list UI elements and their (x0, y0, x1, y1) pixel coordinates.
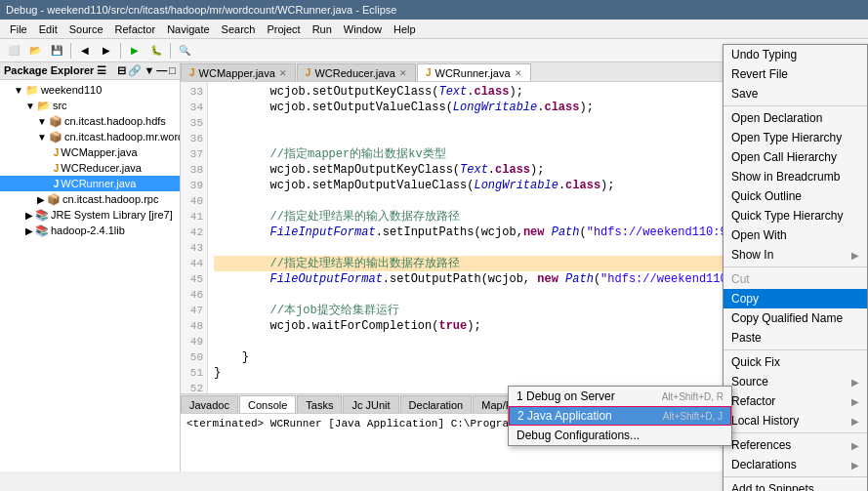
collapse-all-icon[interactable]: ⊟ (117, 64, 126, 77)
tab-tasks[interactable]: Tasks (297, 395, 342, 413)
menu-refactor[interactable]: Refactor (109, 23, 162, 35)
submenu-java-application[interactable]: 2 Java Application Alt+Shift+D, J (509, 406, 731, 426)
tree-item-hadoop[interactable]: ▶ 📚 hadoop-2.4.1lib (0, 223, 180, 238)
tree-item-wcmapper[interactable]: J WCMapper.java (0, 144, 180, 160)
toolbar-debug[interactable]: 🐛 (146, 42, 166, 60)
tree-item-hdfs[interactable]: ▼ 📦 cn.itcast.hadoop.hdfs (0, 113, 180, 129)
tab-wcreducer[interactable]: J WCReducer.java ✕ (297, 63, 416, 81)
menu-paste[interactable]: Paste (723, 328, 867, 348)
submenu-debug-on-server-shortcut: Alt+Shift+D, R (662, 391, 723, 402)
menu-open-with-label: Open With (731, 228, 859, 242)
tree-label-weekend110: weekend110 (41, 84, 102, 96)
tab-wcmapper-close[interactable]: ✕ (279, 68, 287, 78)
menu-source[interactable]: Source ▶ (723, 372, 867, 391)
tab-javadoc[interactable]: Javadoc (181, 395, 238, 413)
menu-source-label: Source (731, 375, 844, 389)
sidebar-menu-icon[interactable]: ▼ (144, 64, 154, 77)
tab-wcreducer-close[interactable]: ✕ (399, 68, 407, 78)
link-editor-icon[interactable]: 🔗 (128, 64, 142, 77)
sidebar-tree: ▼ 📁 weekend110 ▼ 📂 src ▼ 📦 cn.itcast.had… (0, 80, 180, 471)
menu-undo-typing-label: Undo Typing (731, 48, 859, 61)
tab-junit[interactable]: Jc JUnit (343, 395, 398, 413)
menu-local-history-label: Local History (731, 414, 844, 428)
tree-label-hdfs: cn.itcast.hadoop.hdfs (64, 115, 166, 127)
tree-label-rpc: cn.itcast.hadoop.rpc (62, 193, 158, 205)
tab-wcrunner-close[interactable]: ✕ (515, 68, 522, 78)
menu-declarations-arrow: ▶ (851, 460, 859, 471)
submenu-java-application-shortcut: Alt+Shift+D, J (663, 411, 723, 422)
tree-item-wcrunner[interactable]: J WCRunner.java (0, 176, 180, 191)
menu-edit[interactable]: Edit (33, 23, 63, 35)
menu-refactor[interactable]: Refactor ▶ (723, 391, 867, 411)
submenu-debug-on-server[interactable]: 1 Debug on Server Alt+Shift+D, R (509, 387, 731, 406)
menu-cut[interactable]: Cut (723, 269, 867, 289)
tab-console[interactable]: Console (239, 395, 296, 413)
tree-item-rpc[interactable]: ▶ 📦 cn.itcast.hadoop.rpc (0, 191, 180, 207)
menu-window[interactable]: Window (338, 23, 388, 35)
menu-show-in[interactable]: Show In ▶ (723, 245, 867, 265)
menu-save[interactable]: Save (723, 84, 867, 103)
menu-help[interactable]: Help (388, 23, 422, 35)
menu-add-snippets[interactable]: Add to Snippets... (723, 479, 867, 491)
menu-open-call-hierarchy[interactable]: Open Call Hierarchy (723, 147, 867, 167)
menu-references[interactable]: References ▶ (723, 435, 867, 455)
tree-item-src[interactable]: ▼ 📂 src (0, 98, 180, 113)
tree-item-weekend110[interactable]: ▼ 📁 weekend110 (0, 82, 180, 98)
toolbar-search[interactable]: 🔍 (175, 42, 194, 60)
toolbar-sep1 (70, 43, 71, 59)
submenu-java-application-label: 2 Java Application (517, 409, 663, 423)
menu-local-history-arrow: ▶ (851, 416, 859, 427)
menu-quick-outline[interactable]: Quick Outline (723, 186, 867, 206)
sub-context-menu: 1 Debug on Server Alt+Shift+D, R 2 Java … (508, 386, 732, 446)
project-expand-icon: ▼ (14, 85, 23, 96)
maximize-sidebar-icon[interactable]: □ (169, 64, 176, 77)
menu-open-type-hierarchy-label: Open Type Hierarchy (731, 131, 859, 144)
tab-declaration[interactable]: Declaration (400, 395, 473, 413)
menu-revert-file[interactable]: Revert File (723, 64, 867, 84)
wcreducer-spacer (49, 163, 52, 174)
toolbar-next[interactable]: ▶ (97, 42, 116, 60)
sidebar-header: Package Explorer ☰ ⊟ 🔗 ▼ — □ (0, 62, 180, 80)
menu-quick-fix-label: Quick Fix (731, 355, 859, 369)
minimize-sidebar-icon[interactable]: — (156, 64, 167, 77)
menu-open-with[interactable]: Open With (723, 225, 867, 245)
menu-quick-type-hierarchy[interactable]: Quick Type Hierarchy (723, 206, 867, 225)
toolbar-prev[interactable]: ◀ (75, 42, 95, 60)
menu-undo-typing[interactable]: Undo Typing (723, 45, 867, 64)
menu-navigate[interactable]: Navigate (161, 23, 215, 35)
menu-quick-fix[interactable]: Quick Fix (723, 352, 867, 372)
submenu-debug-configurations[interactable]: Debug Configurations... (509, 426, 731, 445)
menu-copy-qualified[interactable]: Copy Qualified Name (723, 308, 867, 328)
tree-item-jre[interactable]: ▶ 📚 JRE System Library [jre7] (0, 207, 180, 223)
menu-declarations[interactable]: Declarations ▶ (723, 455, 867, 474)
menu-paste-label: Paste (731, 331, 859, 345)
toolbar-new[interactable]: ⬜ (4, 42, 23, 60)
menu-show-breadcrumb[interactable]: Show in Breadcrumb (723, 167, 867, 186)
menu-open-type-hierarchy[interactable]: Open Type Hierarchy (723, 128, 867, 147)
tree-item-wordcc[interactable]: ▼ 📦 cn.itcast.hadoop.mr.wordcc (0, 129, 180, 144)
menu-bar: File Edit Source Refactor Navigate Searc… (0, 20, 868, 39)
tree-item-wcreducer[interactable]: J WCReducer.java (0, 160, 180, 176)
tab-wcrunner[interactable]: J WCRunner.java ✕ (417, 63, 531, 81)
menu-file[interactable]: File (4, 23, 33, 35)
menu-declarations-label: Declarations (731, 458, 844, 471)
tab-wcmapper[interactable]: J WCMapper.java ✕ (181, 63, 296, 81)
wcrunner-spacer (49, 179, 52, 189)
menu-copy[interactable]: Copy (723, 289, 867, 308)
jre-icon: 📚 (35, 209, 49, 222)
menu-open-declaration[interactable]: Open Declaration (723, 108, 867, 128)
toolbar-run[interactable]: ▶ (125, 42, 145, 60)
menu-project[interactable]: Project (261, 23, 306, 35)
menu-search[interactable]: Search (216, 23, 262, 35)
tree-label-hadoop: hadoop-2.4.1lib (51, 225, 125, 236)
menu-sep1 (723, 105, 867, 106)
toolbar-open[interactable]: 📂 (25, 42, 45, 60)
menu-source[interactable]: Source (63, 23, 109, 35)
menu-quick-outline-label: Quick Outline (731, 189, 859, 203)
menu-run[interactable]: Run (307, 23, 338, 35)
wordcc-icon: 📦 (49, 131, 62, 143)
menu-local-history[interactable]: Local History ▶ (723, 411, 867, 430)
sidebar-header-icons: ⊟ 🔗 ▼ — □ (117, 64, 176, 77)
menu-show-breadcrumb-label: Show in Breadcrumb (731, 170, 859, 184)
toolbar-save[interactable]: 💾 (47, 42, 66, 60)
